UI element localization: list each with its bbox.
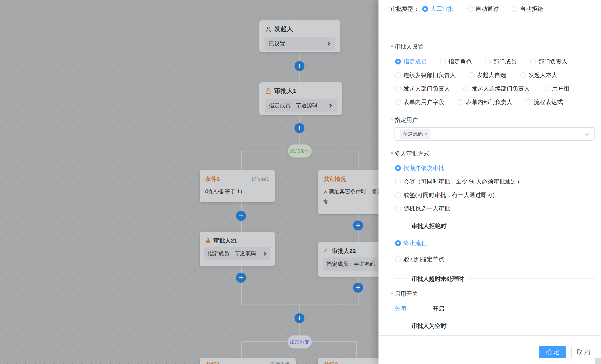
radio-icon	[469, 72, 475, 78]
radio-process-expression[interactable]: 流程表达式	[526, 98, 563, 106]
chevron-down-icon	[585, 132, 589, 136]
add-node-button[interactable]	[294, 123, 304, 133]
radio-return-to-node[interactable]: 驳回到指定节点	[395, 255, 444, 263]
radio-icon	[544, 86, 550, 91]
radio-orsign[interactable]: 或签(可同时审批，有一人通过即可)	[395, 191, 495, 199]
node-condition1[interactable]: 条件1 优先级1 (输入框 等于 1）	[200, 170, 275, 202]
condition-title: 其它情况	[324, 175, 346, 183]
radio-icon	[395, 99, 401, 105]
add-node-button[interactable]	[294, 313, 304, 323]
switch-off-label[interactable]: 关闭	[394, 305, 406, 313]
add-condition-button[interactable]: 添加条件	[288, 144, 312, 158]
cancel-button[interactable]: 取 消	[571, 346, 595, 358]
node-start[interactable]: 发起人 已设置	[259, 20, 341, 52]
radio-initiator-self[interactable]: 发起人本人	[520, 71, 558, 79]
radio-sequential[interactable]: 按顺序依次审批	[395, 164, 444, 172]
radio-random-one[interactable]: 随机挑选一人审批	[395, 205, 450, 212]
connector-line	[356, 341, 357, 358]
condition-priority: 优先级1	[251, 176, 269, 182]
add-node-button[interactable]	[353, 283, 363, 293]
add-node-button[interactable]	[236, 273, 246, 283]
radio-icon	[485, 59, 491, 64]
parallel-priority: 无优先级	[270, 361, 290, 364]
divider-line	[394, 226, 407, 226]
condition-header: 条件1 优先级1	[200, 170, 275, 184]
assign-user-label: 指定用户	[391, 116, 418, 124]
radio-icon	[511, 6, 517, 12]
switch-on-label[interactable]: 开启	[432, 305, 444, 313]
add-node-button[interactable]	[294, 61, 304, 71]
radio-dept-member[interactable]: 部门成员	[485, 58, 517, 66]
chevron-right-icon	[328, 104, 332, 108]
user-tag[interactable]: 芋道源码 ×	[400, 129, 431, 139]
node-approver1[interactable]: 审批人1 指定成员：芋道源码	[259, 82, 342, 115]
node-title: 审批人21	[213, 237, 237, 245]
radio-assign-role[interactable]: 指定角色	[440, 58, 472, 66]
divider-line	[394, 279, 407, 279]
node-title: 审批人1	[274, 87, 297, 95]
radio-initiator-dept-leader[interactable]: 发起人部门负责人	[395, 85, 450, 92]
node-parallel1[interactable]: 并行1 无优先级	[200, 358, 296, 364]
multi-approve-label: 多人审批方式	[391, 150, 430, 158]
radio-terminate-process[interactable]: 终止流程	[395, 239, 427, 247]
confirm-button[interactable]: 确 定	[539, 346, 566, 358]
person-icon	[265, 26, 272, 33]
radio-manual-approve[interactable]: 人工审批	[422, 5, 454, 13]
node-title: 发起人	[274, 25, 293, 33]
add-branch-label: 添加分支	[290, 339, 310, 345]
radio-selected-icon	[395, 165, 401, 171]
radio-icon	[395, 256, 401, 262]
radio-assign-member[interactable]: 指定成员	[395, 58, 427, 66]
approver-setting-label: 审批人设置	[391, 43, 424, 51]
stamp-icon	[265, 88, 272, 95]
stamp-icon	[323, 248, 330, 254]
footer-divider	[379, 335, 601, 336]
radio-form-dept-leader[interactable]: 表单内部门负责人	[458, 98, 512, 106]
add-node-button[interactable]	[236, 211, 246, 221]
radio-user-group[interactable]: 用户组	[544, 85, 569, 92]
on-empty-title: 审批人为空时	[411, 322, 447, 329]
node-approver21-header: 审批人21	[200, 232, 275, 247]
parallel-header: 并行1 无优先级	[200, 358, 296, 364]
connector-line	[241, 151, 242, 170]
radio-icon	[530, 59, 536, 64]
radio-selected-icon	[422, 6, 428, 12]
approve-type-label: 审批类型：	[390, 5, 420, 13]
flow-canvas: 发起人 已设置 审批人1 指定成员：芋道源码 添加条件	[0, 0, 379, 364]
on-empty-section-clipped: 审批人为空时	[386, 321, 595, 329]
on-reject-title: 审批人拒绝时	[411, 222, 447, 230]
radio-icon	[458, 99, 463, 105]
tag-close-icon[interactable]: ×	[425, 131, 428, 137]
screen: 发起人 已设置 审批人1 指定成员：芋道源码 添加条件	[0, 0, 601, 364]
condition-expression: (输入框 等于 1）	[200, 184, 275, 198]
stamp-icon	[205, 238, 211, 244]
radio-icon	[467, 6, 473, 12]
radio-icon	[395, 192, 401, 198]
node-config-text: 指定成员：芋道源码	[269, 102, 318, 109]
divider-line	[463, 326, 590, 326]
radio-initiator-multi-dept-leader[interactable]: 发起人连续部门负责人	[463, 85, 530, 92]
radio-initiator-choose[interactable]: 发起人自选	[469, 71, 506, 79]
add-branch-button[interactable]: 添加分支	[287, 335, 312, 349]
radio-selected-icon	[395, 240, 401, 246]
assign-user-select[interactable]: 芋道源码 ×	[394, 127, 595, 141]
node-config-row[interactable]: 已设置	[265, 37, 335, 51]
radio-icon	[440, 59, 446, 64]
enable-switch-label: 启用开关	[391, 290, 418, 298]
node-config-row[interactable]: 指定成员：芋道源码	[204, 247, 270, 260]
node-config-text: 指定成员：芋道源码	[208, 250, 256, 257]
parallel-title: 并行1	[205, 361, 220, 364]
node-approver21[interactable]: 审批人21 指定成员：芋道源码	[200, 232, 275, 266]
parallel-title: 并行2	[324, 361, 338, 364]
add-node-button[interactable]	[353, 221, 363, 231]
radio-auto-pass[interactable]: 自动通过	[467, 5, 499, 13]
radio-dept-leader[interactable]: 部门负责人	[530, 58, 568, 66]
radio-icon	[395, 72, 401, 78]
approval-settings-panel: 审批类型： 人工审批 自动通过 自动拒绝 审批人 操作按钮设置 表单字段权限	[379, 0, 601, 364]
radio-multi-level-dept-leader[interactable]: 连续多级部门负责人	[395, 71, 456, 79]
node-config-row[interactable]: 指定成员：芋道源码	[265, 99, 337, 112]
radio-form-user-field[interactable]: 表单内用户字段	[395, 98, 444, 106]
add-condition-label: 添加条件	[290, 148, 310, 154]
radio-countersign[interactable]: 会签（可同时审批，至少 % 人必须审批通过）	[395, 178, 522, 185]
radio-auto-reject[interactable]: 自动拒绝	[511, 5, 543, 13]
